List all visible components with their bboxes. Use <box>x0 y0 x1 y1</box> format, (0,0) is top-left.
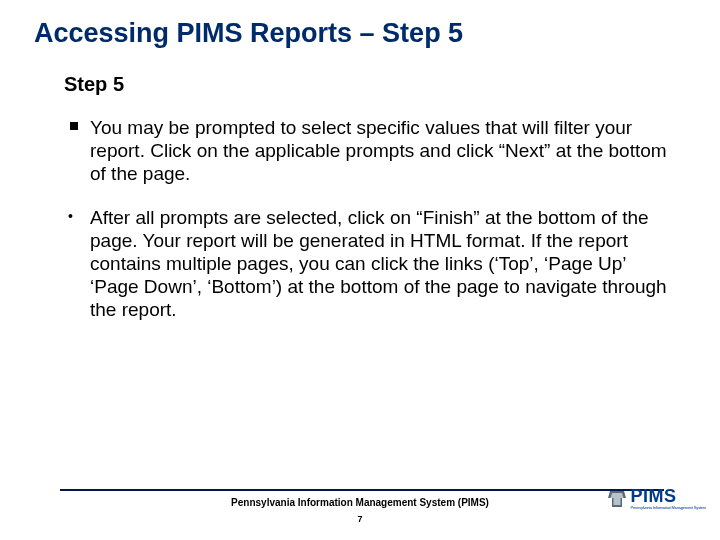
list-item: You may be prompted to select specific v… <box>90 116 672 186</box>
bullet-list: You may be prompted to select specific v… <box>90 116 672 321</box>
list-item: • After all prompts are selected, click … <box>90 206 672 322</box>
logo-text: PIMS <box>631 487 677 505</box>
bullet-text: After all prompts are selected, click on… <box>90 207 667 321</box>
step-subtitle: Step 5 <box>64 73 720 96</box>
footer-divider <box>60 489 664 491</box>
bullet-square-icon <box>70 122 78 130</box>
page-number: 7 <box>0 514 720 524</box>
bullet-dot-icon: • <box>68 208 73 225</box>
keystone-icon <box>606 489 628 509</box>
bullet-text: You may be prompted to select specific v… <box>90 117 667 184</box>
slide-title: Accessing PIMS Reports – Step 5 <box>34 18 720 49</box>
logo-subtext: Pennsylvania Information Management Syst… <box>631 505 706 510</box>
pims-logo: PIMS Pennsylvania Information Management… <box>606 487 706 510</box>
